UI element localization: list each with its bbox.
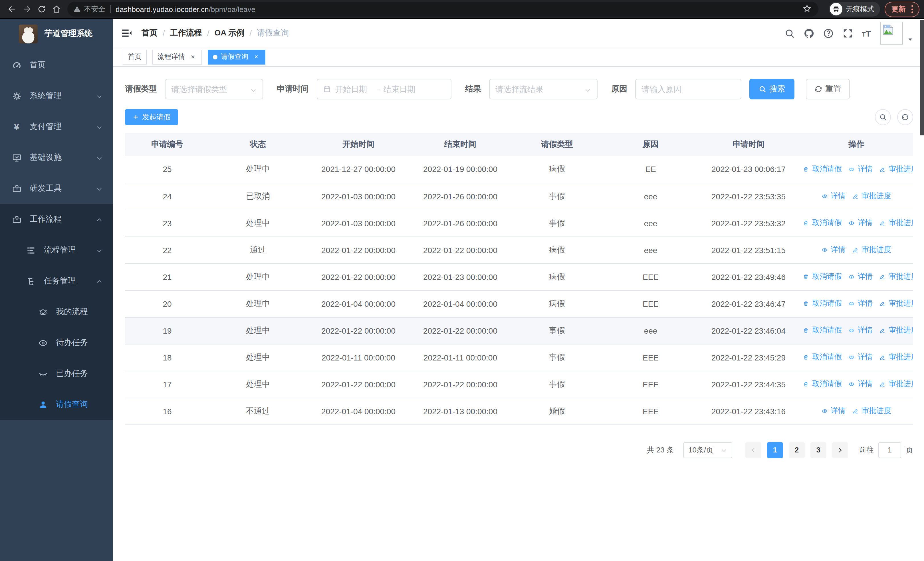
detail-action-link[interactable]: 详情 bbox=[822, 191, 846, 202]
security-label[interactable]: 不安全 bbox=[84, 4, 105, 14]
result-label: 结果 bbox=[465, 84, 481, 94]
help-icon[interactable] bbox=[823, 28, 834, 39]
github-icon[interactable] bbox=[804, 28, 814, 39]
sidebar-item-home[interactable]: 首页 bbox=[0, 50, 113, 81]
detail-action-link[interactable]: 详情 bbox=[849, 164, 873, 174]
page-button-3[interactable]: 3 bbox=[810, 442, 826, 458]
cancel-action-link[interactable]: 取消请假 bbox=[803, 298, 842, 309]
detail-action-link[interactable]: 详情 bbox=[849, 272, 873, 282]
breadcrumb-item[interactable]: 首页 bbox=[141, 28, 158, 38]
cancel-action-link[interactable]: 取消请假 bbox=[803, 325, 842, 335]
sidebar-item-my-process[interactable]: 我的流程 bbox=[0, 296, 113, 327]
cancel-action-link[interactable]: 取消请假 bbox=[803, 218, 842, 228]
detail-action-link[interactable]: 详情 bbox=[822, 245, 846, 255]
forward-icon[interactable] bbox=[20, 2, 34, 17]
cancel-action-link[interactable]: 取消请假 bbox=[803, 379, 842, 390]
start-date-input[interactable] bbox=[335, 84, 374, 94]
progress-action-link[interactable]: 审批进度 bbox=[879, 352, 913, 362]
avatar[interactable] bbox=[880, 22, 903, 45]
page-size-select[interactable]: 10条/页 bbox=[683, 442, 732, 458]
sidebar-item-done-tasks[interactable]: 已办任务 bbox=[0, 358, 113, 389]
refresh-table-button[interactable] bbox=[897, 109, 913, 125]
progress-action-link[interactable]: 审批进度 bbox=[879, 325, 913, 335]
detail-action-link[interactable]: 详情 bbox=[849, 298, 873, 309]
trash-icon bbox=[803, 220, 809, 227]
progress-action-link[interactable]: 审批进度 bbox=[879, 164, 913, 174]
sidebar-item-workflow[interactable]: 工作流程 bbox=[0, 204, 113, 235]
result-select[interactable] bbox=[489, 79, 597, 99]
progress-action-link[interactable]: 审批进度 bbox=[879, 272, 913, 282]
sidebar-item-infra[interactable]: 基础设施 bbox=[0, 142, 113, 173]
leave-type-input[interactable] bbox=[171, 84, 246, 94]
sidebar-item-system[interactable]: 系统管理 bbox=[0, 81, 113, 111]
create-leave-label: 发起请假 bbox=[142, 112, 171, 122]
caret-down-icon[interactable] bbox=[908, 34, 913, 40]
browser-menu-icon[interactable] bbox=[910, 4, 915, 14]
goto-page-input[interactable] bbox=[878, 442, 901, 458]
hamburger-icon[interactable] bbox=[121, 27, 132, 39]
breadcrumb-item[interactable]: OA 示例 bbox=[214, 28, 244, 38]
browser-update-button[interactable]: 更新 bbox=[885, 2, 920, 17]
url-text[interactable]: dashboard.yudao.iocoder.cn/bpm/oa/leave bbox=[116, 5, 802, 14]
dashboard-icon bbox=[11, 60, 22, 70]
close-icon[interactable]: × bbox=[189, 53, 197, 61]
page-button-1[interactable]: 1 bbox=[767, 442, 783, 458]
reason-input[interactable] bbox=[642, 84, 735, 94]
url-bar[interactable]: 不安全 dashboard.yudao.iocoder.cn/bpm/oa/le… bbox=[68, 2, 818, 17]
page-unit-label: 页 bbox=[906, 445, 913, 455]
result-input[interactable] bbox=[495, 84, 581, 94]
font-size-icon[interactable]: TT bbox=[862, 28, 871, 38]
breadcrumb-item[interactable]: 工作流程 bbox=[170, 28, 202, 38]
tag-leave-query[interactable]: 请假查询× bbox=[208, 50, 266, 64]
progress-action-link[interactable]: 审批进度 bbox=[879, 218, 913, 228]
next-page-button[interactable] bbox=[832, 442, 848, 458]
chevron-down-icon bbox=[96, 247, 103, 254]
browser-toolbar: 不安全 dashboard.yudao.iocoder.cn/bpm/oa/le… bbox=[0, 0, 924, 19]
reason-field[interactable] bbox=[635, 79, 741, 99]
home-icon[interactable] bbox=[49, 2, 64, 17]
eye-icon bbox=[849, 353, 854, 361]
detail-action-link[interactable]: 详情 bbox=[849, 352, 873, 362]
logo[interactable]: 芋道管理系统 bbox=[0, 19, 113, 48]
progress-action-link[interactable]: 审批进度 bbox=[852, 406, 891, 416]
reload-icon[interactable] bbox=[34, 2, 49, 17]
progress-action-link[interactable]: 审批进度 bbox=[879, 298, 913, 309]
bookmark-star-icon[interactable] bbox=[802, 4, 813, 14]
filter-apply-time: 申请时间 - bbox=[277, 79, 452, 99]
cancel-action-link[interactable]: 取消请假 bbox=[803, 164, 842, 174]
close-icon[interactable]: × bbox=[252, 53, 260, 61]
end-date-input[interactable] bbox=[383, 84, 422, 94]
detail-action-link[interactable]: 详情 bbox=[822, 406, 846, 416]
progress-action-link[interactable]: 审批进度 bbox=[852, 245, 891, 255]
chevron-down-icon bbox=[96, 154, 103, 161]
search-button[interactable]: 搜索 bbox=[749, 79, 795, 99]
detail-action-link[interactable]: 详情 bbox=[849, 218, 873, 228]
action-label: 审批进度 bbox=[861, 245, 891, 255]
sidebar-item-leave-query[interactable]: 请假查询 bbox=[0, 389, 113, 420]
fullscreen-icon[interactable] bbox=[842, 28, 853, 39]
progress-action-link[interactable]: 审批进度 bbox=[879, 379, 913, 390]
tag-home[interactable]: 首页 bbox=[123, 50, 147, 64]
create-leave-button[interactable]: 发起请假 bbox=[125, 109, 178, 125]
tag-process-detail[interactable]: 流程详情× bbox=[152, 50, 202, 64]
leave-type-select[interactable] bbox=[165, 79, 263, 99]
detail-action-link[interactable]: 详情 bbox=[849, 379, 873, 390]
sidebar-item-label: 系统管理 bbox=[30, 91, 62, 101]
cancel-action-link[interactable]: 取消请假 bbox=[803, 352, 842, 362]
detail-action-link[interactable]: 详情 bbox=[849, 325, 873, 335]
reset-button[interactable]: 重置 bbox=[806, 79, 850, 99]
sidebar-item-todo-tasks[interactable]: 待办任务 bbox=[0, 327, 113, 358]
sidebar-item-payment[interactable]: ¥支付管理 bbox=[0, 111, 113, 142]
cancel-action-link[interactable]: 取消请假 bbox=[803, 272, 842, 282]
progress-action-link[interactable]: 审批进度 bbox=[852, 191, 891, 202]
date-range-picker[interactable]: - bbox=[317, 79, 452, 99]
search-icon[interactable] bbox=[784, 28, 795, 39]
prev-page-button[interactable] bbox=[746, 442, 761, 458]
page-button-2[interactable]: 2 bbox=[789, 442, 805, 458]
back-icon[interactable] bbox=[4, 2, 20, 17]
sidebar-item-devtools[interactable]: 研发工具 bbox=[0, 173, 113, 204]
scrollbar-thumb[interactable] bbox=[920, 20, 924, 135]
toggle-search-button[interactable] bbox=[875, 109, 891, 125]
sidebar-item-task-mgmt[interactable]: 任务管理 bbox=[0, 266, 113, 296]
sidebar-item-process-mgmt[interactable]: 流程管理 bbox=[0, 235, 113, 266]
